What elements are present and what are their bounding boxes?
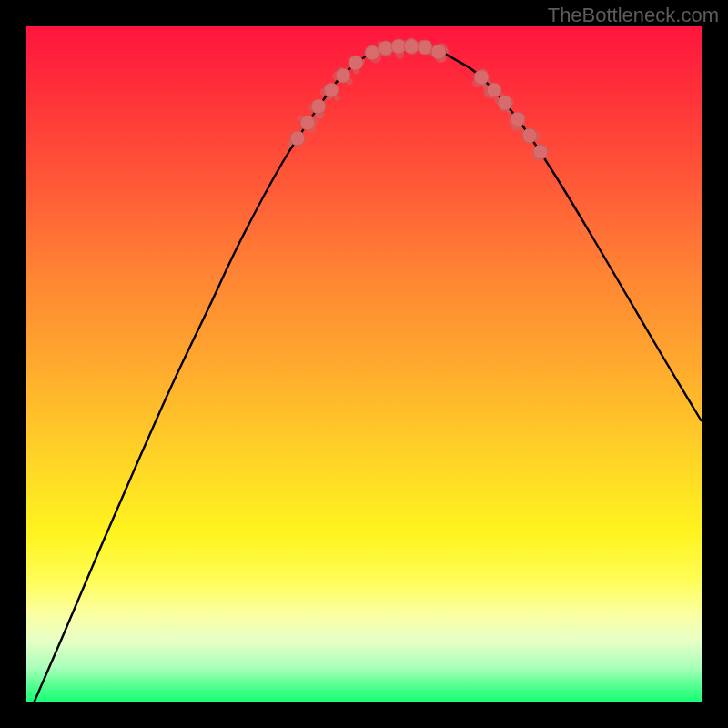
curve-marker <box>336 68 350 83</box>
curve-marker <box>379 41 393 56</box>
curve-marker <box>431 45 446 59</box>
curve-marker <box>418 40 432 55</box>
curve-marker <box>349 56 363 70</box>
curve-marker <box>300 116 315 130</box>
curve-marker <box>498 96 512 110</box>
curve-marker <box>487 83 501 97</box>
attribution-text: TheBottleneck.com <box>548 4 719 27</box>
curve-marker <box>290 131 305 146</box>
curve-marker <box>311 99 326 114</box>
outer-frame: TheBottleneck.com <box>0 0 728 728</box>
curve-marker <box>511 112 525 126</box>
curve-marker <box>404 39 419 54</box>
curve-marker <box>365 46 379 60</box>
plot-area <box>26 26 702 702</box>
chart-svg <box>26 26 702 702</box>
curve-marker <box>474 70 489 85</box>
curve-marker <box>533 145 548 159</box>
bottleneck-curve <box>26 46 702 702</box>
curve-marker <box>324 83 339 97</box>
curve-marker <box>522 128 537 143</box>
